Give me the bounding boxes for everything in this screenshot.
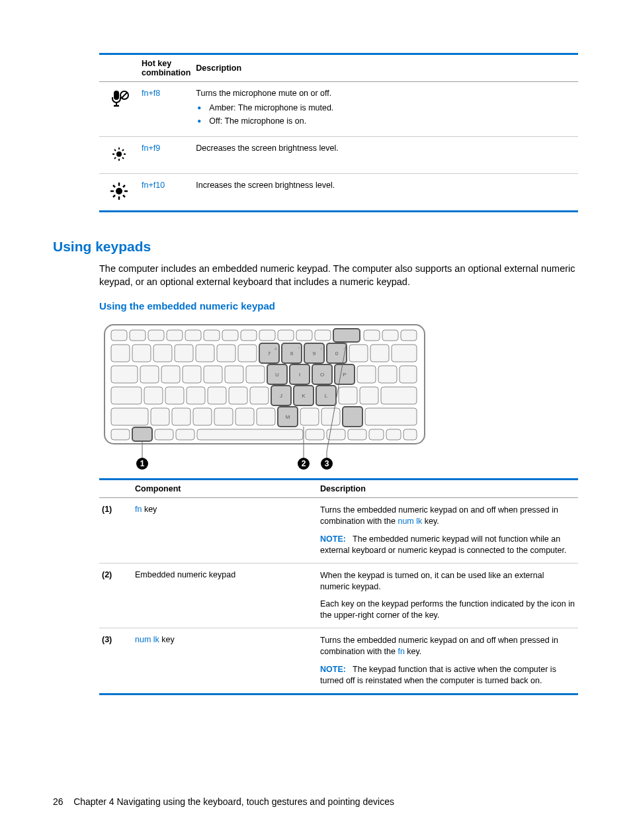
brightness-down-icon <box>108 157 130 167</box>
components-header-comp: Component <box>132 480 317 498</box>
components-table: Component Description (1) fn key Turns t… <box>99 478 578 695</box>
svg-rect-39 <box>401 330 417 341</box>
svg-rect-107 <box>343 407 362 427</box>
svg-rect-109 <box>111 429 130 440</box>
svg-rect-81 <box>144 387 163 404</box>
svg-rect-31 <box>241 330 257 341</box>
svg-rect-110 <box>132 427 152 441</box>
svg-rect-41 <box>132 345 151 362</box>
keyboard-diagram: 7& 8* 9( 0/ U I O P J K L <box>99 319 430 472</box>
component-number: (1) <box>99 498 132 564</box>
svg-rect-95 <box>381 387 417 404</box>
component-name: fn key <box>132 498 317 564</box>
svg-rect-63 <box>140 366 159 383</box>
svg-text:M: M <box>286 414 290 420</box>
svg-rect-79 <box>400 366 417 383</box>
hotkey-desc: Turns the microphone mute on or off. <box>196 89 575 98</box>
svg-rect-36 <box>333 329 360 342</box>
svg-rect-102 <box>257 408 275 425</box>
svg-text:8: 8 <box>290 351 294 357</box>
component-number: (3) <box>99 628 132 694</box>
svg-text:J: J <box>280 393 282 399</box>
svg-rect-94 <box>360 387 378 404</box>
svg-rect-40 <box>111 345 130 362</box>
svg-rect-78 <box>378 366 397 383</box>
svg-rect-96 <box>111 408 148 425</box>
svg-rect-24 <box>111 330 127 341</box>
svg-rect-84 <box>208 387 226 404</box>
table-row: fn+f8 Turns the microphone mute on or of… <box>99 82 578 137</box>
svg-rect-82 <box>165 387 184 404</box>
svg-text:P: P <box>343 372 346 378</box>
svg-rect-106 <box>321 408 340 425</box>
page-number: 26 <box>53 796 63 807</box>
page-footer: 26 Chapter 4 Navigating using the keyboa… <box>53 796 394 807</box>
svg-rect-34 <box>296 330 312 341</box>
svg-text:O: O <box>320 372 324 378</box>
svg-rect-64 <box>161 366 180 383</box>
table-row: fn+f9 Decreases the screen brightness le… <box>99 137 578 174</box>
svg-rect-108 <box>365 408 417 425</box>
mic-mute-icon <box>108 103 130 112</box>
svg-rect-29 <box>204 330 220 341</box>
hotkey-desc: Decreases the screen brightness level. <box>193 137 578 174</box>
hotkey-header-combo: Hot key combination <box>139 54 193 82</box>
svg-rect-65 <box>183 366 201 383</box>
svg-rect-101 <box>235 408 254 425</box>
svg-rect-86 <box>250 387 269 404</box>
table-row: (3) num lk key Turns the embedded numeri… <box>99 628 578 694</box>
svg-rect-77 <box>357 366 376 383</box>
hotkey-combo: fn+f8 <box>142 89 160 98</box>
bullet-item: Off: The microphone is on. <box>196 116 575 126</box>
svg-line-13 <box>122 149 124 151</box>
svg-rect-97 <box>151 408 169 425</box>
svg-text:L: L <box>325 393 328 399</box>
svg-rect-83 <box>187 387 205 404</box>
svg-rect-99 <box>193 408 212 425</box>
svg-text:7: 7 <box>268 351 271 357</box>
hotkey-combo: fn+f10 <box>142 181 165 190</box>
svg-point-14 <box>116 188 122 194</box>
svg-rect-113 <box>197 429 303 440</box>
component-name: num lk key <box>132 628 317 694</box>
svg-text:0: 0 <box>335 351 339 357</box>
svg-line-4 <box>122 93 127 98</box>
subsection-heading: Using the embedded numeric keypad <box>99 300 578 312</box>
svg-text:K: K <box>302 393 306 399</box>
svg-rect-0 <box>114 91 119 100</box>
svg-rect-28 <box>185 330 201 341</box>
svg-rect-44 <box>196 345 214 362</box>
svg-rect-68 <box>246 366 265 383</box>
svg-rect-60 <box>370 345 389 362</box>
svg-rect-100 <box>214 408 233 425</box>
svg-rect-117 <box>369 429 384 440</box>
svg-rect-37 <box>364 330 380 341</box>
svg-text:3: 3 <box>325 459 329 468</box>
hotkey-header-desc: Description <box>193 54 578 82</box>
svg-rect-67 <box>225 366 243 383</box>
hotkey-desc: Increases the screen brightness level. <box>193 174 578 212</box>
svg-text:&: & <box>274 347 277 351</box>
svg-rect-35 <box>315 330 331 341</box>
svg-line-19 <box>113 185 115 187</box>
svg-rect-105 <box>300 408 319 425</box>
hotkey-combo: fn+f9 <box>142 144 160 153</box>
svg-line-12 <box>114 157 116 159</box>
svg-line-21 <box>113 195 115 197</box>
svg-text:1: 1 <box>140 459 145 468</box>
svg-line-11 <box>122 157 124 159</box>
table-row: (1) fn key Turns the embedded numeric ke… <box>99 498 578 564</box>
svg-rect-85 <box>229 387 247 404</box>
table-row: fn+f10 Increases the screen brightness l… <box>99 174 578 212</box>
svg-rect-25 <box>130 330 146 341</box>
svg-text:(: ( <box>321 347 322 351</box>
components-header-desc: Description <box>317 480 578 498</box>
svg-rect-27 <box>167 330 183 341</box>
svg-text:U: U <box>275 372 279 378</box>
svg-text:9: 9 <box>313 351 316 357</box>
svg-rect-98 <box>172 408 190 425</box>
hotkey-table: Hot key combination Description <box>99 53 578 212</box>
component-name: Embedded numeric keypad <box>132 563 317 628</box>
table-row: (2) Embedded numeric keypad When the key… <box>99 563 578 628</box>
svg-rect-61 <box>392 345 417 362</box>
